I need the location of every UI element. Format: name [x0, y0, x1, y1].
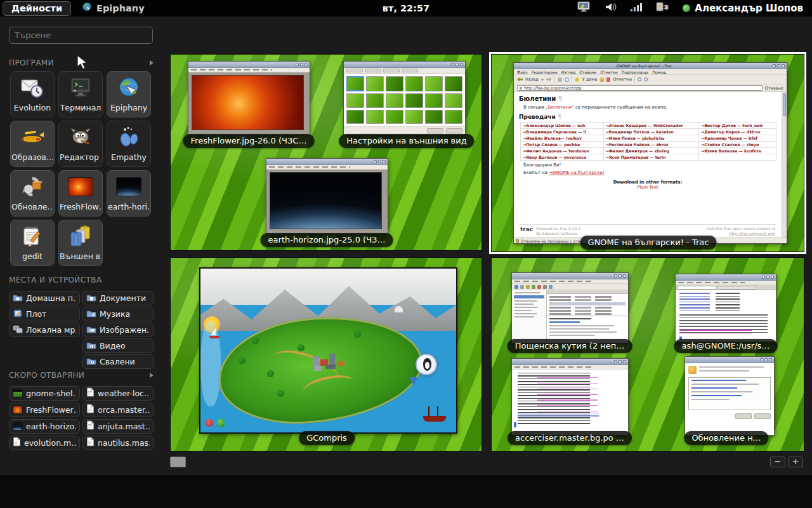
reload-icon[interactable]	[565, 77, 569, 82]
window-terminal[interactable]	[675, 274, 776, 342]
place-item-desktop[interactable]: Плот	[9, 307, 80, 321]
user-menu[interactable]: Александър Шопов	[683, 3, 803, 14]
translator-cell[interactable]: →Стойчо Станчев — stoyo	[698, 142, 776, 148]
menu-edit[interactable]: Редактиране	[532, 70, 558, 74]
translator-cell[interactable]: →Красимир Чонов — bfaf	[698, 135, 776, 142]
edgewall-link[interactable]: http://trac.edgewall.org/	[729, 231, 775, 236]
place-item-pictures[interactable]: Изображен…	[82, 323, 154, 337]
home-label[interactable]: У дома	[582, 77, 597, 82]
bookmarks-icon[interactable]	[606, 77, 610, 82]
window-gcompris[interactable]	[199, 267, 457, 434]
network-signal-icon[interactable]	[631, 2, 642, 15]
place-item-network[interactable]: Локална мр…	[9, 323, 80, 337]
app-tile-epiphany[interactable]: Epiphany	[107, 71, 151, 117]
recent-item[interactable]: evolution.m…	[9, 436, 80, 450]
window-appearance-settings[interactable]	[343, 61, 466, 135]
window-update-manager[interactable]	[684, 356, 775, 436]
back-dropdown-icon[interactable]	[541, 79, 544, 82]
url-input[interactable]: http://fsa-bg.org/project/gtp	[517, 85, 763, 91]
translator-cell[interactable]: →Петър Славов — peshka	[521, 142, 604, 148]
history-icon[interactable]	[599, 77, 604, 82]
app-tile-gedit[interactable]: gedit	[10, 220, 55, 266]
search-input[interactable]	[9, 27, 153, 44]
app-tile-freshflower[interactable]: FreshFlow…	[58, 170, 103, 217]
app-tile-earth-horizon[interactable]: earth-hori…	[107, 170, 151, 217]
translator-cell[interactable]: →Ясен Праматаров — turin	[603, 154, 698, 161]
plain-text-link[interactable]: Plain Text	[519, 185, 776, 190]
tux-badge[interactable]	[416, 354, 437, 375]
zoom-in-icon[interactable]	[638, 77, 641, 81]
expand-arrow-icon[interactable]	[150, 373, 154, 378]
menu-tabs[interactable]: Подпрозорци	[622, 70, 648, 74]
forward-icon[interactable]	[546, 77, 552, 82]
add-workspace-button[interactable]: +	[788, 457, 803, 467]
app-tile-updates[interactable]: Обновле…	[10, 170, 55, 217]
translator-cell[interactable]: →Ивайло Вълков— ivalkov	[521, 135, 604, 142]
place-item-downloads[interactable]: Свалени	[82, 354, 154, 369]
app-tile-appearance[interactable]: Външен в…	[58, 220, 103, 266]
app-menu-button[interactable]: Epiphany	[81, 1, 145, 15]
recent-item[interactable]: gnome-shel…	[9, 386, 80, 401]
workspace-3[interactable]: GCompris	[170, 257, 482, 451]
remove-workspace-button[interactable]: −	[770, 457, 785, 467]
translator-cell[interactable]: →Филип Андонов — fandonov	[521, 148, 604, 154]
app-tile-empathy[interactable]: Empathy	[107, 121, 151, 167]
app-tile-evolution[interactable]: Evolution	[10, 71, 55, 117]
recent-item[interactable]: FreshFlower…	[9, 403, 80, 417]
battery-icon[interactable]	[655, 1, 669, 15]
place-item-home[interactable]: Домашна п…	[9, 291, 80, 305]
window-po-editor[interactable]	[511, 358, 629, 436]
menu-bookmarks[interactable]: Отметки	[600, 70, 617, 74]
stop-icon[interactable]	[558, 77, 562, 82]
window-epiphany-trac[interactable]: GNOME на български! - Trac Файл Редактир…	[513, 62, 787, 244]
recent-item[interactable]: anjuta.mast…	[82, 419, 154, 434]
scrollbar[interactable]	[782, 92, 787, 237]
place-item-music[interactable]: Музика	[82, 307, 154, 321]
translator-cell[interactable]: →Виктор Дачев — tech_noir	[698, 123, 776, 129]
zoom-out-icon[interactable]	[644, 77, 648, 81]
place-item-documents[interactable]: Документи	[82, 291, 154, 305]
translator-cell[interactable]: →Владимир Петков — kaladan	[603, 129, 698, 135]
app-tile-gimp[interactable]: Редактор …	[58, 121, 103, 167]
activities-button[interactable]: Дейности	[3, 1, 71, 16]
bookmarks-label[interactable]: Отметки	[613, 77, 632, 82]
volume-icon[interactable]	[605, 1, 617, 15]
recent-item[interactable]: nautilus.mas…	[82, 436, 154, 450]
workspace-1[interactable]: FreshFlower.jpg-26.0 (ЧЗС… Настройки на …	[170, 54, 482, 251]
translator-cell[interactable]: →Александър Шопов — ash	[521, 123, 604, 129]
display-icon[interactable]	[577, 1, 591, 15]
translator-cell[interactable]: →Филип Димитров — xboing	[603, 148, 698, 154]
menu-view[interactable]: Изглед	[561, 70, 576, 74]
team-link[interactable]: →GNOME на български!	[549, 170, 604, 175]
translator-cell[interactable]: →Владимира Гиргинова — ii	[521, 129, 604, 135]
workspace-4[interactable]: Пощенска кутия (2 неп… ash@GNOME:/usr/s……	[491, 257, 804, 451]
app-tile-gcompris[interactable]: Образов…	[10, 121, 55, 167]
recent-item[interactable]: earth-horizo…	[9, 419, 80, 434]
translator-cell[interactable]	[698, 154, 776, 161]
bulletins-link[interactable]: Бюлетини	[548, 105, 572, 110]
recent-item[interactable]: weather-loc…	[82, 386, 154, 401]
recent-item[interactable]: orca.master.…	[82, 403, 154, 417]
menu-file[interactable]: Файл	[517, 70, 528, 74]
translator-cell[interactable]: →Димитър Киров — dkirov	[698, 129, 776, 135]
scrollbar-thumb[interactable]	[783, 93, 786, 116]
go-button[interactable]: Отиване	[765, 86, 783, 91]
window-gimp-earth-horizon[interactable]	[266, 158, 388, 234]
translator-cell[interactable]: →Атанас Кошаров — WebCrusader	[603, 123, 698, 129]
home-icon[interactable]	[575, 77, 580, 82]
translator-cell[interactable]: →Илия Пенев — picholicho	[603, 135, 698, 142]
app-tile-terminal[interactable]: Терминал	[58, 71, 103, 117]
workspace-indicator[interactable]	[170, 457, 186, 467]
window-evolution-mail[interactable]	[511, 272, 629, 344]
translator-cell[interactable]: →Юлия Волкова — konfeta	[698, 148, 776, 154]
menu-go[interactable]: Отиване	[579, 70, 596, 74]
translator-cell[interactable]: →Ростислав Райков — zbrox	[603, 142, 698, 148]
workspace-2-active[interactable]: GNOME на български! - Trac Файл Редактир…	[491, 54, 804, 252]
window-gimp-freshflower[interactable]	[188, 61, 310, 135]
back-label[interactable]: Назад	[525, 77, 539, 82]
expand-arrow-icon[interactable]	[150, 60, 154, 65]
translator-cell[interactable]: →Явор Доганов — yavorescu	[521, 154, 604, 161]
place-item-videos[interactable]: Видео	[82, 338, 154, 353]
back-icon[interactable]	[517, 77, 523, 82]
menu-help[interactable]: Помощ	[652, 70, 666, 74]
